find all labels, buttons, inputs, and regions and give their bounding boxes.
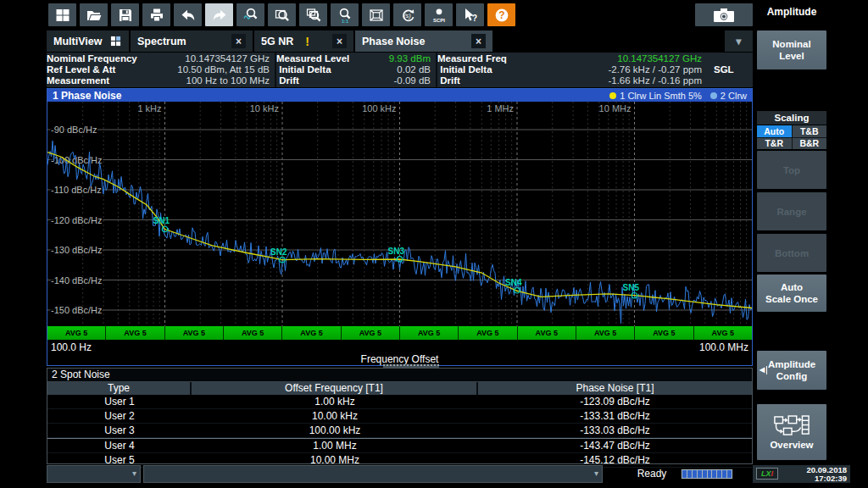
info-row: Measured Level9.93 dBm [276, 53, 436, 64]
y-tick-label: -90 dBc/Hz [51, 125, 97, 135]
chevron-down-icon: ▾ [594, 469, 598, 478]
svg-text:SCPI: SCPI [432, 17, 444, 22]
redo-button[interactable] [205, 3, 233, 26]
progress-segment [712, 470, 716, 478]
progress-segment [703, 470, 707, 478]
close-icon[interactable]: × [332, 34, 347, 48]
help-button[interactable]: ? [487, 3, 515, 26]
zoom-trace-button[interactable] [236, 3, 264, 26]
save-button[interactable] [111, 3, 139, 26]
status-dropdown-message[interactable]: ▾ [143, 465, 603, 483]
trace2-legend-label[interactable]: 2 Clrw [721, 91, 747, 101]
softkey-nominal-level[interactable]: NominalLevel [757, 30, 826, 69]
progress-segment [687, 470, 692, 478]
info-value: 0.02 dB [331, 64, 436, 75]
info-label: Measurement [47, 75, 109, 86]
windows-button[interactable] [48, 3, 76, 26]
avg-segment: AVG 5 [342, 326, 400, 340]
scpi-button[interactable]: SCPI [425, 3, 453, 26]
info-value: -2.76 kHz / -0.27 ppm [492, 64, 707, 75]
x-tick-label: 1 kHz [137, 103, 161, 114]
table-row[interactable]: User 41.00 MHz-143.47 dBc/Hz [47, 438, 752, 453]
tab-overflow-button[interactable]: ▾ [725, 30, 753, 52]
zoom-area-button[interactable] [268, 3, 296, 26]
softkey-top[interactable]: Top [757, 151, 826, 189]
avg-segment: AVG 5 [165, 326, 224, 340]
tab-5g-nr[interactable]: 5G NR!× [254, 30, 353, 52]
info-value: -0.09 dB [299, 75, 436, 86]
progress-segment [682, 470, 687, 478]
softkey-menu-title: Amplitude [753, 6, 831, 19]
phase-noise-plot: -90 dBc/Hz-100 dBc/Hz-110 dBc/Hz-120 dBc… [47, 102, 752, 326]
undo-icon [180, 7, 197, 24]
refresh-icon: (s) [399, 7, 416, 24]
table-cell: User 1 [47, 395, 192, 408]
trace2-dot-icon [710, 92, 717, 99]
frame-button[interactable] [362, 3, 390, 26]
progress-segment [727, 470, 732, 478]
close-icon[interactable]: × [231, 34, 246, 48]
progress-segment [708, 470, 712, 478]
frame-icon [368, 7, 385, 24]
context-help-button[interactable]: ? [456, 3, 484, 26]
table-cell: User 3 [47, 424, 192, 437]
table-cell: User 4 [47, 439, 192, 452]
close-icon[interactable]: × [471, 34, 486, 48]
softkey-bottom[interactable]: Bottom [757, 234, 826, 272]
softkey-auto-scale-once[interactable]: AutoScale Once [757, 274, 826, 312]
scaling-option-tb[interactable]: T&B [793, 125, 827, 137]
table-cell: 100.00 kHz [192, 424, 478, 437]
marker-label: SN3 [388, 247, 405, 256]
table-row[interactable]: User 11.00 kHz-123.09 dBc/Hz [47, 395, 752, 409]
date-time: 20.09.2018 17:02:39 [806, 466, 847, 483]
status-dropdown-left[interactable]: ▾ [47, 465, 141, 483]
scaling-option-tr[interactable]: T&R [757, 138, 792, 150]
zoom-1to1-button[interactable]: 1:1 [331, 3, 359, 26]
screenshot-button[interactable] [695, 3, 753, 26]
undo-button[interactable] [174, 3, 202, 26]
camera-icon [713, 7, 735, 24]
redo-icon [211, 7, 228, 24]
spot-noise-table: TypeOffset Frequency [T1]Phase Noise [T1… [47, 382, 752, 468]
sgl-badge: SGL [707, 64, 753, 75]
scaling-option-br[interactable]: B&R [793, 138, 827, 150]
x-axis-stop-label: 100.0 MHz [699, 341, 748, 353]
table-cell: User 2 [47, 409, 192, 423]
tab-label: 5G NR [261, 36, 293, 47]
progress-bar [681, 469, 733, 480]
scaling-section-label: Scaling [757, 111, 826, 125]
scpi-icon: SCPI [431, 7, 448, 24]
table-row[interactable]: User 210.00 kHz-133.31 dBc/Hz [47, 409, 752, 424]
clock-box: LXI 20.09.2018 17:02:39 [753, 465, 850, 483]
svg-text:?: ? [471, 13, 476, 22]
softkey-overview[interactable]: Overview [757, 404, 826, 460]
info-value: -1.66 kHz / -0.16 ppm [460, 75, 707, 86]
tab-spectrum[interactable]: Spectrum× [131, 30, 253, 52]
softkey-range[interactable]: Range [757, 192, 826, 230]
info-row: Measurement100 Hz to 100 MHz [47, 75, 275, 86]
refresh-button[interactable]: (s) [393, 3, 421, 26]
y-tick-label: -120 dBc/Hz [51, 215, 103, 225]
zoom-multi-button[interactable] [299, 3, 327, 26]
softkey-amplitude-config[interactable]: AmplitudeConfig◀ [757, 351, 826, 390]
trace1-dot-icon [609, 92, 616, 99]
x-tick-label: 10 kHz [250, 103, 279, 114]
tab-phase-noise[interactable]: Phase Noise× [355, 30, 492, 52]
tab-multiview[interactable]: MultiView [47, 30, 129, 52]
avg-segment: AVG 5 [635, 326, 693, 340]
zoom-multi-icon [305, 7, 322, 24]
avg-segment: AVG 5 [518, 326, 576, 340]
print-button[interactable] [142, 3, 170, 26]
help-icon: ? [493, 7, 510, 24]
info-label: Measured Freq [437, 53, 507, 64]
zoom-1to1-icon: 1:1 [337, 7, 353, 24]
table-row[interactable]: User 3100.00 kHz-133.03 dBc/Hz [47, 424, 752, 438]
open-button[interactable] [80, 3, 108, 26]
info-value: 9.93 dBm [349, 53, 436, 64]
info-row: Ref Level & Att10.50 dBm, Att 15 dB [47, 64, 275, 75]
scaling-option-auto[interactable]: Auto [757, 125, 792, 137]
info-row: Initial Delta0.02 dB [276, 64, 436, 75]
marker-label: SN5 [623, 283, 640, 292]
svg-text:1:1: 1:1 [342, 18, 348, 23]
trace1-legend-label[interactable]: 1 Clrw Lin Smth 5% [620, 91, 702, 101]
